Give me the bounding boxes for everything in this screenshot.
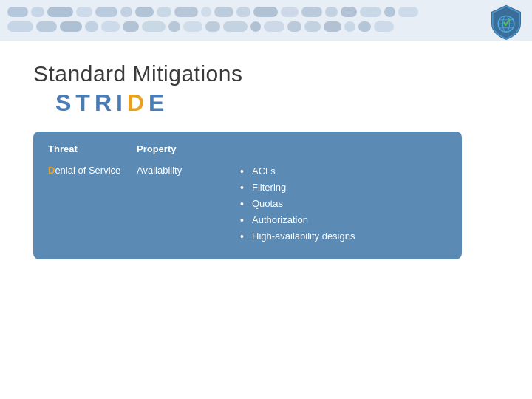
list-item: Filtering [240, 180, 447, 196]
stride-t: T [75, 89, 95, 116]
dna-pattern [0, 0, 452, 41]
stride-s: S [55, 89, 75, 116]
table-card: Threat Property Denial of Service Availa… [33, 132, 462, 259]
denial-d: D [48, 165, 55, 176]
col-header-property: Property [137, 143, 225, 154]
stride-d: D [127, 89, 149, 116]
stride-i: I [116, 89, 127, 116]
stride-title: STRIDE [33, 89, 499, 117]
page-title: Standard Mitigations [33, 61, 499, 86]
top-banner [0, 0, 532, 41]
col-header-threat: Threat [48, 143, 137, 154]
denial-rest: enial of Service [55, 165, 120, 176]
table-row: Denial of Service Availability ACLs Filt… [48, 163, 447, 245]
table-header: Threat Property [48, 143, 447, 154]
list-item: High-availability designs [240, 228, 447, 245]
list-item: Quotas [240, 196, 447, 212]
stride-e: E [149, 89, 168, 116]
shield-icon [488, 4, 525, 41]
mitigations-list: ACLs Filtering Quotas Authorization High… [240, 163, 447, 245]
list-item: Authorization [240, 212, 447, 228]
cell-items: ACLs Filtering Quotas Authorization High… [225, 163, 447, 245]
stride-r: R [95, 89, 116, 116]
list-item: ACLs [240, 163, 447, 180]
cell-property: Availability [137, 163, 225, 245]
cell-threat: Denial of Service [48, 163, 137, 245]
main-content: Standard Mitigations STRIDE Threat Prope… [0, 41, 532, 274]
